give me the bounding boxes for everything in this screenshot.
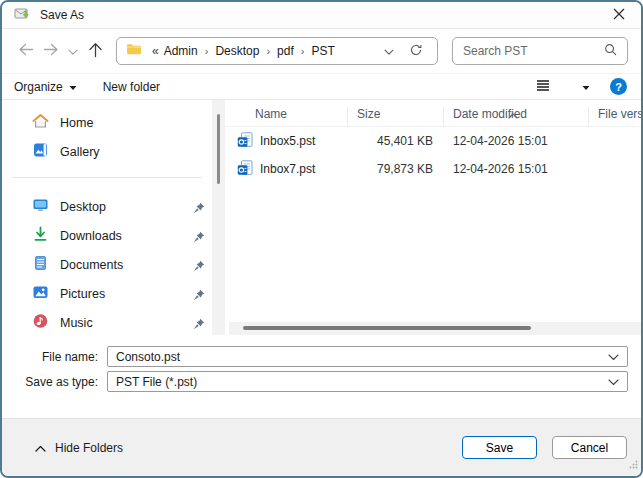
pin-icon <box>193 287 205 305</box>
music-icon <box>32 313 49 333</box>
file-name: Inbox5.pst <box>260 134 315 148</box>
save-as-type-select[interactable]: PST File (*.pst) <box>107 371 628 392</box>
sidebar-item-gallery[interactable]: Gallery <box>2 137 212 166</box>
footer-bar: Hide Folders Save Cancel <box>2 418 641 476</box>
chevron-down-icon[interactable] <box>608 375 619 389</box>
save-as-type-label: Save as type: <box>2 375 107 389</box>
breadcrumb-separator: › <box>200 45 214 57</box>
outlook-pst-file-icon <box>237 160 253 179</box>
file-date-modified: 12-04-2026 15:01 <box>444 162 589 176</box>
sidebar-separator <box>12 177 202 178</box>
chevron-down-icon[interactable] <box>608 350 619 364</box>
desktop-icon <box>32 197 49 217</box>
breadcrumb-overflow[interactable]: « <box>150 44 162 58</box>
refresh-button[interactable] <box>404 41 428 61</box>
content-area: Home Gallery <box>2 100 641 335</box>
pin-icon <box>193 200 205 218</box>
sidebar-item-label: Pictures <box>60 287 105 301</box>
address-dropdown-button[interactable] <box>380 41 398 61</box>
sidebar-scrollbar[interactable] <box>212 100 225 335</box>
gallery-icon <box>32 142 49 162</box>
save-button[interactable]: Save <box>462 436 537 459</box>
title-bar: Save As <box>2 2 641 29</box>
command-bar: Organize New folder ? <box>2 74 641 100</box>
sidebar-item-music[interactable]: Music <box>2 308 212 335</box>
help-button[interactable]: ? <box>610 78 627 95</box>
pin-icon <box>193 258 205 276</box>
file-list: Name Size Date modified File version <box>225 100 641 335</box>
column-header-name[interactable]: Name <box>225 107 348 126</box>
organize-button[interactable]: Organize <box>14 80 77 94</box>
recent-locations-button[interactable] <box>64 38 82 64</box>
breadcrumb: « Admin › Desktop › pdf › PST <box>150 44 337 58</box>
column-header-size[interactable]: Size <box>348 107 444 126</box>
breadcrumb-item-pdf[interactable]: pdf <box>275 44 296 58</box>
sidebar-item-label: Music <box>60 316 93 330</box>
new-folder-label: New folder <box>103 80 160 94</box>
column-header-file-version[interactable]: File version <box>589 107 641 126</box>
sidebar-item-documents[interactable]: Documents <box>2 250 212 279</box>
up-button[interactable] <box>82 38 108 64</box>
sidebar-item-label: Downloads <box>60 229 122 243</box>
file-list-header: Name Size Date modified File version <box>225 100 641 127</box>
sidebar-item-desktop[interactable]: Desktop <box>2 192 212 221</box>
forward-icon <box>43 42 60 60</box>
sort-ascending-icon <box>508 108 518 122</box>
search-placeholder: Search PST <box>463 44 528 58</box>
view-mode-button[interactable] <box>536 79 550 95</box>
organize-label: Organize <box>14 80 63 94</box>
new-folder-button[interactable]: New folder <box>103 80 160 94</box>
documents-icon <box>32 255 49 275</box>
view-dropdown-button[interactable] <box>582 80 590 94</box>
breadcrumb-item-admin[interactable]: Admin <box>162 44 200 58</box>
refresh-icon <box>409 43 423 60</box>
horizontal-scrollbar-thumb[interactable] <box>243 326 531 330</box>
close-icon <box>613 8 625 23</box>
cancel-button[interactable]: Cancel <box>552 436 627 459</box>
back-icon <box>17 42 34 60</box>
outlook-pst-file-icon <box>237 132 253 151</box>
filename-section: File name: Consoto.pst Save as type: PST… <box>2 335 641 418</box>
triangle-down-icon <box>582 80 590 94</box>
file-row-inbox7[interactable]: Inbox7.pst 79,873 KB 12-04-2026 15:01 <box>225 155 641 183</box>
horizontal-scrollbar[interactable] <box>229 322 641 335</box>
sidebar-item-label: Gallery <box>60 145 100 159</box>
sidebar-item-pictures[interactable]: Pictures <box>2 279 212 308</box>
navigation-pane: Home Gallery <box>2 100 212 335</box>
sidebar-item-label: Desktop <box>60 200 106 214</box>
forward-button[interactable] <box>38 38 64 64</box>
address-bar[interactable]: « Admin › Desktop › pdf › PST <box>116 37 438 65</box>
hide-folders-button[interactable]: Hide Folders <box>35 441 123 455</box>
save-as-dialog-icon <box>14 6 31 25</box>
sidebar-scrollbar-thumb[interactable] <box>217 114 220 184</box>
close-button[interactable] <box>597 2 641 28</box>
chevron-up-icon <box>35 441 46 455</box>
save-as-type-value: PST File (*.pst) <box>116 375 197 389</box>
file-name-label: File name: <box>2 350 107 364</box>
up-icon <box>88 42 103 61</box>
file-name-value: Consoto.pst <box>116 350 180 364</box>
pictures-icon <box>32 284 49 304</box>
folder-icon <box>126 42 142 60</box>
file-row-inbox5[interactable]: Inbox5.pst 45,401 KB 12-04-2026 15:01 <box>225 127 641 155</box>
sidebar-item-label: Home <box>60 116 93 130</box>
list-view-icon <box>536 79 550 95</box>
sidebar-item-downloads[interactable]: Downloads <box>2 221 212 250</box>
triangle-down-icon <box>69 80 77 94</box>
sidebar-item-home[interactable]: Home <box>2 108 212 137</box>
downloads-icon <box>32 226 49 246</box>
search-input[interactable]: Search PST <box>452 37 628 65</box>
file-date-modified: 12-04-2026 15:01 <box>444 134 589 148</box>
breadcrumb-item-pst[interactable]: PST <box>309 44 336 58</box>
resize-grip-icon[interactable] <box>629 455 638 473</box>
column-header-date-modified[interactable]: Date modified <box>444 107 589 126</box>
breadcrumb-item-desktop[interactable]: Desktop <box>213 44 261 58</box>
window-title: Save As <box>40 8 84 22</box>
home-icon <box>32 113 49 133</box>
back-button[interactable] <box>12 38 38 64</box>
hide-folders-label: Hide Folders <box>55 441 123 455</box>
chevron-down-icon <box>384 44 394 59</box>
pin-icon <box>193 316 205 334</box>
save-as-dialog: Save As <box>0 0 643 478</box>
file-name-input[interactable]: Consoto.pst <box>107 346 628 367</box>
